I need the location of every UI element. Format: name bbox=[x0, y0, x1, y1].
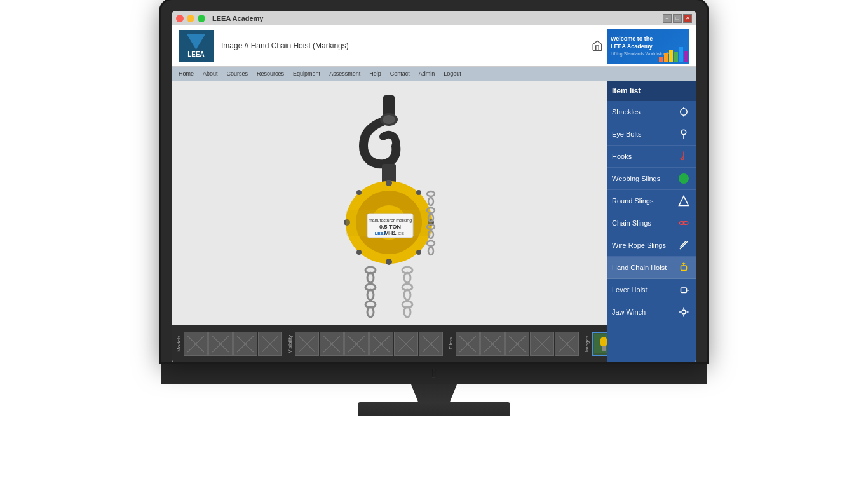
imac-computer: LEEA Academy – □ ✕ LEEA bbox=[148, 0, 720, 488]
chain-label: Chain Slings bbox=[612, 219, 674, 227]
svg-rect-54 bbox=[681, 288, 687, 293]
svg-point-2 bbox=[383, 115, 395, 124]
film-thumb-1[interactable] bbox=[456, 332, 480, 356]
models-label: Models bbox=[175, 334, 183, 353]
svg-point-13 bbox=[356, 250, 362, 255]
chain-icon bbox=[677, 216, 691, 230]
model-thumb-3[interactable] bbox=[233, 332, 257, 356]
hooks-label: Hooks bbox=[612, 152, 674, 160]
nav-about[interactable]: About bbox=[199, 69, 222, 78]
hooks-icon bbox=[677, 149, 691, 163]
vis-thumb-3[interactable] bbox=[344, 332, 369, 356]
sidebar-item-jawwinch[interactable]: Jaw Winch bbox=[607, 301, 696, 323]
sidebar-item-eyebolts[interactable]: Eye Bolts bbox=[607, 123, 696, 146]
home-icon[interactable] bbox=[592, 40, 603, 51]
window-maximize-dot[interactable] bbox=[198, 15, 205, 22]
svg-text:0.5 TON: 0.5 TON bbox=[379, 224, 401, 230]
sidebar-item-hooks[interactable]: Hooks bbox=[607, 146, 696, 168]
sidebar-item-chain[interactable]: Chain Slings bbox=[607, 212, 696, 234]
bottom-toolbar: Models Visibility bbox=[172, 325, 607, 362]
sidebar-item-round[interactable]: Round Slings bbox=[607, 190, 696, 212]
imac-stand-neck bbox=[396, 384, 472, 403]
welcome-line1: Welcome to the bbox=[611, 36, 653, 43]
window-close-dot[interactable] bbox=[176, 15, 184, 22]
wirerope-label: Wire Rope Slings bbox=[612, 241, 674, 249]
screen-bezel: LEEA Academy – □ ✕ LEEA bbox=[161, 0, 707, 362]
nav-courses[interactable]: Courses bbox=[223, 69, 252, 78]
svg-rect-44 bbox=[602, 346, 606, 351]
model-thumb-1[interactable] bbox=[184, 332, 208, 356]
nav-help[interactable]: Help bbox=[365, 69, 385, 78]
chart-bars bbox=[659, 47, 688, 62]
nav-logout[interactable]: Logout bbox=[440, 69, 465, 78]
nav-admin[interactable]: Admin bbox=[415, 69, 439, 78]
vis-thumb-6[interactable] bbox=[419, 332, 443, 356]
welcome-banner: Welcome to the LEEA Academy Lifting Stan bbox=[607, 29, 689, 64]
film-thumb-3[interactable] bbox=[505, 332, 529, 356]
label-plate: manufacturer marking 0.5 TON MH1 LEEA CE bbox=[367, 214, 413, 238]
svg-text:manufacturer marking: manufacturer marking bbox=[369, 218, 412, 223]
sidebar-item-webbing[interactable]: Webbing Slings bbox=[607, 168, 696, 190]
imac-chin:  bbox=[161, 362, 707, 384]
logo-text: LEEA bbox=[187, 51, 205, 58]
film-thumb-2[interactable] bbox=[480, 332, 505, 356]
svg-point-40 bbox=[427, 241, 435, 246]
model-thumb-2[interactable] bbox=[208, 332, 233, 356]
svg-point-41 bbox=[428, 247, 433, 255]
film-thumb-5[interactable] bbox=[555, 332, 579, 356]
jawwinch-icon bbox=[677, 305, 691, 319]
svg-point-35 bbox=[428, 198, 433, 205]
model-thumb-4[interactable] bbox=[258, 332, 282, 356]
sidebar-item-handchain[interactable]: Hand Chain Hoist bbox=[607, 257, 696, 279]
handchain-label: Hand Chain Hoist bbox=[612, 264, 674, 271]
win-close-btn[interactable]: ✕ bbox=[683, 14, 692, 23]
hook-group bbox=[363, 95, 398, 164]
visibility-section: Visibility bbox=[286, 332, 443, 356]
win-minimize-btn[interactable]: – bbox=[663, 14, 672, 23]
sidebar-item-shackles[interactable]: Shackles bbox=[607, 101, 696, 123]
chain-left bbox=[365, 267, 376, 317]
sidebar-header-text: Item list bbox=[612, 86, 641, 95]
svg-text:CE: CE bbox=[398, 231, 404, 236]
svg-point-8 bbox=[386, 259, 392, 265]
vis-thumb-1[interactable] bbox=[295, 332, 319, 356]
eyebolts-icon bbox=[677, 127, 691, 141]
models-section: Models bbox=[175, 332, 282, 356]
sidebar-item-wirerope[interactable]: Wire Rope Slings bbox=[607, 234, 696, 257]
round-label: Round Slings bbox=[612, 197, 674, 205]
nav-contact[interactable]: Contact bbox=[386, 69, 414, 78]
handchain-icon bbox=[677, 261, 691, 274]
films-label: Films bbox=[447, 336, 455, 351]
sidebar-item-lever[interactable]: Lever Hoist bbox=[607, 279, 696, 301]
breadcrumb: Image // Hand Chain Hoist (Markings) bbox=[221, 41, 592, 50]
webbing-label: Webbing Slings bbox=[612, 175, 674, 182]
image-display: manufacturer marking 0.5 TON MH1 LEEA CE bbox=[172, 81, 607, 325]
win-maximize-btn[interactable]: □ bbox=[673, 14, 682, 23]
svg-point-7 bbox=[386, 180, 392, 186]
nav-assessment[interactable]: Assessment bbox=[325, 69, 364, 78]
sidebar-header: Item list bbox=[607, 81, 696, 101]
svg-point-34 bbox=[427, 191, 435, 196]
webbing-icon bbox=[677, 172, 691, 186]
nav-equipment[interactable]: Equipment bbox=[289, 69, 324, 78]
img-thumb-1[interactable] bbox=[592, 332, 607, 356]
vis-thumb-5[interactable] bbox=[394, 332, 418, 356]
svg-marker-48 bbox=[679, 196, 689, 206]
film-thumb-4[interactable] bbox=[530, 332, 554, 356]
images-label: Images bbox=[583, 334, 591, 353]
round-icon bbox=[677, 194, 691, 208]
vis-thumb-2[interactable] bbox=[320, 332, 344, 356]
nav-resources[interactable]: Resources bbox=[253, 69, 288, 78]
svg-point-11 bbox=[356, 190, 362, 195]
svg-point-56 bbox=[682, 310, 686, 314]
content-area: manufacturer marking 0.5 TON MH1 LEEA CE bbox=[172, 81, 607, 362]
window-minimize-dot[interactable] bbox=[187, 15, 194, 22]
svg-line-51 bbox=[680, 241, 688, 249]
vis-thumb-4[interactable] bbox=[369, 332, 393, 356]
leea-logo: LEEA bbox=[179, 30, 214, 62]
eyebolts-label: Eye Bolts bbox=[612, 130, 674, 138]
nav-home[interactable]: Home bbox=[175, 69, 198, 78]
welcome-line2: LEEA Academy bbox=[611, 43, 653, 51]
sidebar: Item list Shackles bbox=[607, 81, 696, 362]
navigation-bar: Home About Courses Resources Equipment A… bbox=[172, 67, 696, 81]
